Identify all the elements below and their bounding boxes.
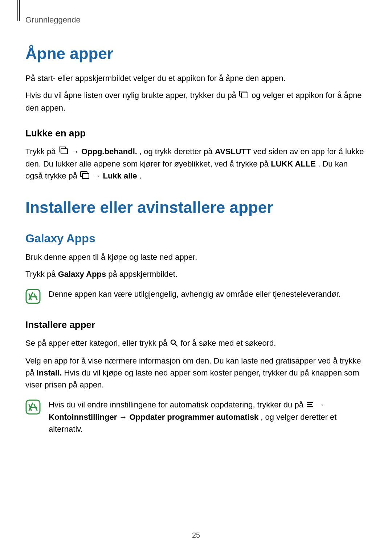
text-fragment: for å søke med et søkeord. <box>181 338 276 348</box>
recent-apps-icon <box>80 171 90 182</box>
paragraph: Se på apper etter kategori, eller trykk … <box>25 337 367 350</box>
paragraph: På start- eller appskjermbildet velger d… <box>25 72 367 84</box>
page-number: 25 <box>0 531 392 539</box>
document-page: Grunnleggende Åpne apper På start- eller… <box>0 0 392 554</box>
text-fragment: Se på apper etter kategori, eller trykk … <box>25 338 170 348</box>
note-text: Denne appen kan være utilgjengelig, avhe… <box>49 288 341 300</box>
breadcrumb: Grunnleggende <box>25 14 367 26</box>
paragraph: Hvis du vil åpne listen over nylig brukt… <box>25 89 367 114</box>
note-block: Denne appen kan være utilgjengelig, avhe… <box>25 288 367 305</box>
text-fragment: Hvis du vil åpne listen over nylig brukt… <box>25 91 238 100</box>
text-bold: LUKK ALLE <box>271 159 316 168</box>
heading-open-apps: Åpne apper <box>25 45 367 63</box>
heading-galaxy-apps: Galaxy Apps <box>25 232 367 245</box>
svg-rect-1 <box>241 93 248 98</box>
text-bold: AVSLUTT <box>215 147 251 156</box>
arrow-separator: → <box>93 171 103 180</box>
recent-apps-icon <box>59 146 68 158</box>
text-fragment: Hvis du vil kjøpe og laste ned apper som… <box>25 368 359 389</box>
text-bold: Install. <box>37 368 62 377</box>
arrow-separator: → <box>119 413 129 422</box>
note-icon <box>25 289 41 305</box>
svg-line-8 <box>175 344 177 346</box>
heading-install-apps: Installere apper <box>25 319 367 331</box>
heading-install-uninstall: Installere eller avinstallere apper <box>25 198 367 217</box>
note-icon <box>25 399 41 416</box>
recent-apps-icon <box>239 90 249 102</box>
note-text: Hvis du vil endre innstillingene for aut… <box>49 399 367 435</box>
heading-close-app: Lukke en app <box>25 128 367 139</box>
paragraph: Trykk på Galaxy Apps på appskjermbildet. <box>25 268 367 280</box>
paragraph: Bruk denne appen til å kjøpe og laste ne… <box>25 251 367 263</box>
text-bold: Oppdater programmer automatisk <box>129 413 258 422</box>
note-block: Hvis du vil endre innstillingene for aut… <box>25 399 367 435</box>
text-fragment: på appskjermbildet. <box>108 270 177 279</box>
text-fragment: . <box>139 171 142 180</box>
menu-icon <box>306 399 314 411</box>
text-bold: Kontoinnstillinger <box>49 413 117 422</box>
text-bold: Lukk alle <box>103 171 137 180</box>
search-icon <box>170 338 177 350</box>
paragraph: Velg en app for å vise nærmere informasj… <box>25 355 367 391</box>
text-fragment: Hvis du vil endre innstillingene for aut… <box>49 400 306 409</box>
text-fragment: Trykk på <box>25 270 58 279</box>
paragraph: Trykk på → Oppg.behandl. , og trykk dere… <box>25 145 367 182</box>
svg-rect-3 <box>61 149 68 154</box>
text-fragment: Trykk på <box>25 147 58 156</box>
text-bold: Galaxy Apps <box>58 270 106 279</box>
arrow-separator: → <box>71 147 81 156</box>
page-tab-marker <box>17 0 20 21</box>
svg-rect-5 <box>82 173 89 178</box>
text-fragment: , og trykk deretter på <box>139 147 215 156</box>
text-bold: Oppg.behandl. <box>81 147 137 156</box>
arrow-separator: → <box>317 400 324 409</box>
